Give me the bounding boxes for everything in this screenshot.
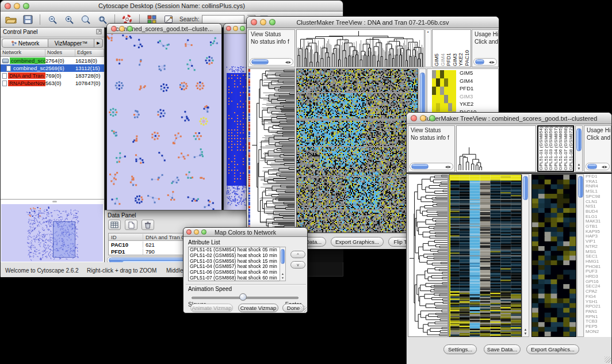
scroll-thumb[interactable] xyxy=(475,59,484,64)
view-status-title: View Status xyxy=(411,127,454,133)
minimize-icon[interactable] xyxy=(14,3,20,9)
scroll-arrows-icon[interactable]: ◀▶ xyxy=(285,60,293,64)
status-hint-middle: Middle- xyxy=(166,267,185,274)
zoom-window-icon[interactable] xyxy=(127,26,133,32)
zoom-window-icon[interactable] xyxy=(269,19,276,25)
tv1-heatmap-canvas[interactable] xyxy=(297,69,418,232)
scroll-thumb[interactable] xyxy=(587,164,597,169)
move-up-button[interactable]: ^ xyxy=(290,251,305,258)
scroll-arrows-icon[interactable]: ▲▼ xyxy=(576,163,582,171)
tab-overflow-button[interactable]: ▶ xyxy=(94,39,103,48)
tab-vizmapper[interactable]: VizMapper™ xyxy=(48,39,94,48)
splitter-strip[interactable]: ▸ xyxy=(425,29,431,67)
tv1-column-dendrogram-canvas[interactable] xyxy=(297,30,424,67)
zoom-selected-icon[interactable] xyxy=(79,13,93,26)
v-scrollbar[interactable]: ▲▼ xyxy=(280,247,286,281)
minimize-icon[interactable] xyxy=(119,26,125,32)
gene-label[interactable]: PFD1 xyxy=(460,85,476,93)
close-icon[interactable] xyxy=(111,26,117,32)
minimize-icon[interactable] xyxy=(420,115,426,121)
scroll-arrows-icon[interactable]: ◀▶ xyxy=(602,164,609,168)
close-icon[interactable] xyxy=(5,3,11,9)
gene-label[interactable]: YKE2 xyxy=(460,100,476,108)
scroll-arrows-icon[interactable]: ▲▼ xyxy=(522,328,529,336)
scroll-arrows-icon[interactable]: ◀▶ xyxy=(489,60,496,64)
scroll-thumb[interactable] xyxy=(281,249,285,264)
zoom-in-icon[interactable] xyxy=(62,13,76,26)
scroll-arrows-icon[interactable]: ▲▼ xyxy=(280,272,285,280)
zoom-window-icon[interactable] xyxy=(429,115,435,121)
treeview2-titlebar[interactable]: ClusterMaker TreeView : combined_scores_… xyxy=(407,113,611,124)
minimize-icon[interactable] xyxy=(260,19,266,25)
h-scrollbar[interactable]: ◀▶ xyxy=(410,163,453,170)
v-scrollbar[interactable]: ▲▼ xyxy=(522,174,529,337)
dialog-titlebar[interactable]: Map Colors to Network xyxy=(183,228,307,237)
network-row[interactable]: combined_sco 2569(6) 13112(15) xyxy=(1,64,104,72)
gene-label[interactable]: MON2 xyxy=(586,329,611,335)
treeview1-titlebar[interactable]: ClusterMaker TreeView : DNA and Tran 07-… xyxy=(247,17,499,28)
network-row[interactable]: RNAPuberNov2+ 563(0) 107847(0) xyxy=(1,79,104,87)
scroll-thumb[interactable] xyxy=(576,128,582,151)
divider-handle[interactable] xyxy=(52,201,57,202)
zoom-window-icon[interactable] xyxy=(240,26,245,31)
scroll-arrows-icon[interactable]: ◀▶ xyxy=(445,164,453,168)
v-scrollbar[interactable] xyxy=(577,174,584,337)
h-scrollbar[interactable]: ◀▶ xyxy=(473,58,497,66)
main-titlebar[interactable]: Cytoscape Desktop (Session Name: collins… xyxy=(1,1,343,12)
delete-attribute-icon[interactable] xyxy=(141,220,154,230)
zoom-window-icon[interactable] xyxy=(23,3,29,9)
h-scrollbar[interactable]: ◀▶ xyxy=(586,163,610,170)
background-window-titlebar[interactable] xyxy=(224,24,249,34)
speed-slider-thumb[interactable] xyxy=(239,293,247,301)
animate-vizmap-button[interactable]: Animate Vizmap xyxy=(190,304,233,312)
dense-network-canvas[interactable] xyxy=(224,34,249,210)
col-header-nodes[interactable]: Nodes xyxy=(45,49,75,56)
h-scrollbar[interactable]: ◀▶ xyxy=(250,58,293,66)
gene-label[interactable]: GIM4 xyxy=(460,77,476,85)
resize-grip[interactable] xyxy=(300,306,307,312)
close-icon[interactable] xyxy=(226,26,231,31)
create-vizmap-button[interactable]: Create Vizmap xyxy=(238,304,278,312)
zoom-window-icon[interactable] xyxy=(201,229,206,235)
birdseye-canvas[interactable] xyxy=(1,204,103,262)
attribute-list-item[interactable]: GPL51-07 (GSM868) heat shock 60 min xyxy=(189,275,285,281)
export-graphics-button[interactable]: Export Graphics... xyxy=(331,237,384,247)
gene-label[interactable]: GIM5 xyxy=(460,69,476,77)
tv1-row-dendrogram-canvas[interactable] xyxy=(248,69,294,232)
scroll-thumb[interactable] xyxy=(578,176,583,198)
float-panel-icon[interactable] xyxy=(96,29,102,36)
search-input[interactable] xyxy=(202,15,244,24)
export-graphics-button[interactable]: Export Graphics... xyxy=(526,344,579,354)
tab-network[interactable]: Network xyxy=(2,39,48,48)
resize-grip[interactable] xyxy=(605,357,611,363)
tv2-global-heatmap-canvas[interactable] xyxy=(449,175,521,336)
save-data-button[interactable]: Save Data... xyxy=(484,344,521,354)
col-header-edges[interactable]: Edges xyxy=(75,49,104,56)
tv2-column-dendrogram-canvas[interactable] xyxy=(457,126,536,171)
scroll-thumb[interactable] xyxy=(523,176,528,200)
attribute-select-icon[interactable] xyxy=(108,220,121,230)
settings-button[interactable]: Settings... xyxy=(443,344,477,354)
close-icon[interactable] xyxy=(186,229,192,235)
network-row[interactable]: DNA and Tran 07 769(0) 183728(0) xyxy=(1,72,104,79)
v-scrollbar[interactable]: ▲▼ xyxy=(575,125,583,172)
save-session-icon[interactable] xyxy=(21,13,35,26)
open-session-icon[interactable] xyxy=(4,13,18,26)
scroll-thumb[interactable] xyxy=(411,164,429,169)
tv2-row-dendrogram-canvas[interactable] xyxy=(408,175,447,336)
tv2-zoom-heatmap-canvas[interactable] xyxy=(532,175,576,336)
minimize-icon[interactable] xyxy=(194,229,199,235)
close-icon[interactable] xyxy=(251,19,257,25)
minimize-icon[interactable] xyxy=(233,26,238,31)
network-row[interactable]: combined_scores 2764(0) 16218(0) xyxy=(1,57,104,64)
scroll-thumb[interactable] xyxy=(251,59,269,64)
network-view-titlebar[interactable]: combined_scores_good.txt--cluste... xyxy=(107,24,221,34)
zoom-out-icon[interactable] xyxy=(45,13,59,26)
col-header-network[interactable]: Network xyxy=(1,49,45,56)
id-col-header[interactable]: ID xyxy=(109,234,143,240)
move-down-button[interactable]: v xyxy=(290,261,305,269)
network-canvas[interactable] xyxy=(107,34,221,210)
new-attribute-icon[interactable] xyxy=(125,220,137,230)
gene-label[interactable]: GIM3 xyxy=(460,93,476,101)
close-icon[interactable] xyxy=(411,115,417,121)
